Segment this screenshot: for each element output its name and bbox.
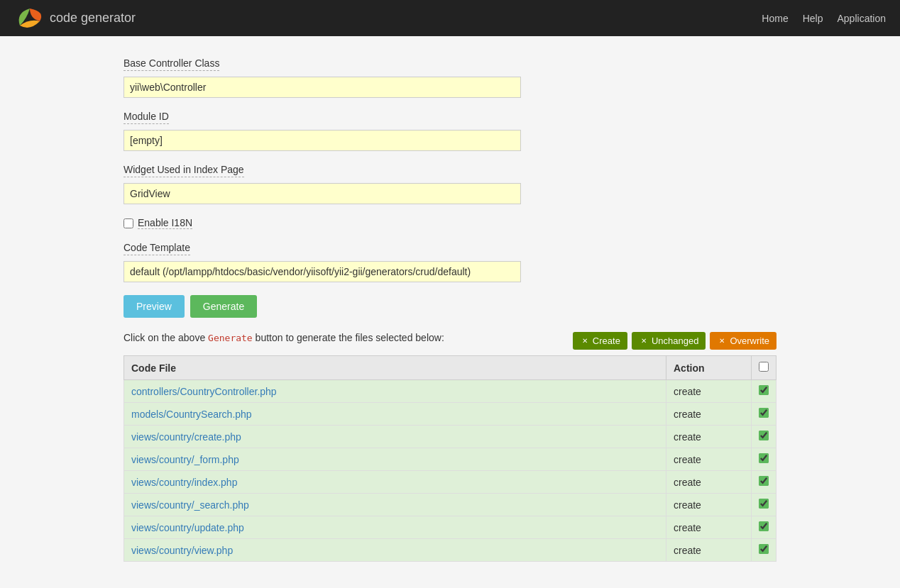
enable-i18n-checkbox[interactable]: [124, 218, 133, 228]
nav-home[interactable]: Home: [762, 13, 788, 24]
col-action: Action: [666, 356, 752, 380]
action-cell: create: [666, 539, 752, 562]
file-cell: views/country/index.php: [124, 471, 666, 494]
action-buttons: Preview Generate: [124, 295, 776, 318]
row-checkbox[interactable]: [759, 453, 769, 463]
base-controller-label: Base Controller Class: [124, 57, 219, 71]
file-cell: controllers/CountryController.php: [124, 380, 666, 403]
file-table: Code File Action controllers/CountryCont…: [124, 355, 776, 562]
checkbox-cell: [752, 471, 776, 494]
file-cell: views/country/_search.php: [124, 494, 666, 516]
nav-application[interactable]: Application: [838, 13, 887, 24]
create-icon: ✕: [580, 336, 590, 346]
legend-create-label: Create: [593, 335, 620, 346]
legend-unchanged-label: Unchanged: [652, 335, 699, 346]
table-row: views/country/create.phpcreate: [124, 426, 776, 448]
file-link[interactable]: views/country/_form.php: [131, 454, 239, 465]
file-link[interactable]: views/country/update.php: [131, 522, 244, 533]
row-checkbox[interactable]: [759, 499, 769, 509]
row-checkbox[interactable]: [759, 431, 769, 440]
top-nav: Home Help Application: [762, 13, 886, 24]
widget-label: Widget Used in Index Page: [124, 164, 244, 177]
code-template-label: Code Template: [124, 242, 190, 255]
base-controller-group: Base Controller Class: [124, 57, 776, 98]
code-template-input[interactable]: [124, 261, 521, 282]
file-cell: views/country/update.php: [124, 516, 666, 539]
file-link[interactable]: views/country/_search.php: [131, 499, 249, 511]
select-all-checkbox[interactable]: [759, 362, 769, 372]
table-row: views/country/index.phpcreate: [124, 471, 776, 494]
action-cell: create: [666, 494, 752, 516]
widget-group: Widget Used in Index Page: [124, 164, 776, 204]
checkbox-cell: [752, 403, 776, 426]
brand-link[interactable]: code generator: [14, 6, 136, 31]
legend-create-button[interactable]: ✕ Create: [573, 332, 627, 350]
legend-row: ✕ Create ✕ Unchanged ✕ Overwrite: [573, 332, 776, 350]
table-row: controllers/CountryController.phpcreate: [124, 380, 776, 403]
action-cell: create: [666, 426, 752, 448]
status-legend-row: ✕ Create ✕ Unchanged ✕ Overwrite Click o…: [124, 332, 776, 355]
generate-button[interactable]: Generate: [190, 295, 257, 318]
checkbox-cell: [752, 539, 776, 562]
action-cell: create: [666, 516, 752, 539]
col-code-file: Code File: [124, 356, 666, 380]
status-text-after: button to generate the files selected be…: [256, 332, 444, 343]
action-cell: create: [666, 380, 752, 403]
overwrite-icon: ✕: [717, 336, 727, 346]
module-id-group: Module ID: [124, 111, 776, 151]
checkbox-cell: [752, 494, 776, 516]
file-cell: views/country/create.php: [124, 426, 666, 448]
main-content: Base Controller Class Module ID Widget U…: [109, 57, 791, 562]
row-checkbox[interactable]: [759, 544, 769, 554]
preview-button[interactable]: Preview: [124, 295, 185, 318]
widget-input[interactable]: [124, 183, 521, 204]
generate-code-span: Generate: [208, 333, 253, 343]
module-id-input[interactable]: [124, 130, 521, 151]
action-cell: create: [666, 448, 752, 471]
file-cell: models/CountrySearch.php: [124, 403, 666, 426]
file-link[interactable]: models/CountrySearch.php: [131, 409, 252, 420]
row-checkbox[interactable]: [759, 408, 769, 418]
module-id-label: Module ID: [124, 111, 169, 124]
enable-i18n-label: Enable I18N: [138, 217, 192, 229]
file-cell: views/country/_form.php: [124, 448, 666, 471]
col-checkbox-header: [752, 356, 776, 380]
navbar: code generator Home Help Application: [0, 0, 900, 36]
file-link[interactable]: views/country/view.php: [131, 545, 233, 556]
nav-help[interactable]: Help: [803, 13, 823, 24]
brand-title: code generator: [50, 11, 136, 26]
legend-overwrite-button[interactable]: ✕ Overwrite: [710, 332, 776, 350]
enable-i18n-group: Enable I18N: [124, 217, 776, 229]
row-checkbox[interactable]: [759, 385, 769, 395]
table-row: views/country/_form.phpcreate: [124, 448, 776, 471]
checkbox-cell: [752, 516, 776, 539]
table-row: views/country/_search.phpcreate: [124, 494, 776, 516]
file-link[interactable]: views/country/index.php: [131, 477, 237, 488]
legend-unchanged-button[interactable]: ✕ Unchanged: [632, 332, 706, 350]
unchanged-icon: ✕: [639, 336, 649, 346]
legend-overwrite-label: Overwrite: [730, 335, 769, 346]
checkbox-cell: [752, 380, 776, 403]
yii-logo-icon: [14, 6, 45, 31]
row-checkbox[interactable]: [759, 476, 769, 486]
action-cell: create: [666, 403, 752, 426]
file-cell: views/country/view.php: [124, 539, 666, 562]
checkbox-cell: [752, 426, 776, 448]
code-template-group: Code Template: [124, 242, 776, 282]
base-controller-input[interactable]: [124, 77, 521, 98]
table-row: views/country/view.phpcreate: [124, 539, 776, 562]
row-checkbox[interactable]: [759, 521, 769, 531]
table-row: views/country/update.phpcreate: [124, 516, 776, 539]
file-link[interactable]: controllers/CountryController.php: [131, 386, 277, 397]
file-link[interactable]: views/country/create.php: [131, 431, 241, 443]
action-cell: create: [666, 471, 752, 494]
status-text-before: Click on the above: [124, 332, 208, 343]
table-row: models/CountrySearch.phpcreate: [124, 403, 776, 426]
checkbox-cell: [752, 448, 776, 471]
